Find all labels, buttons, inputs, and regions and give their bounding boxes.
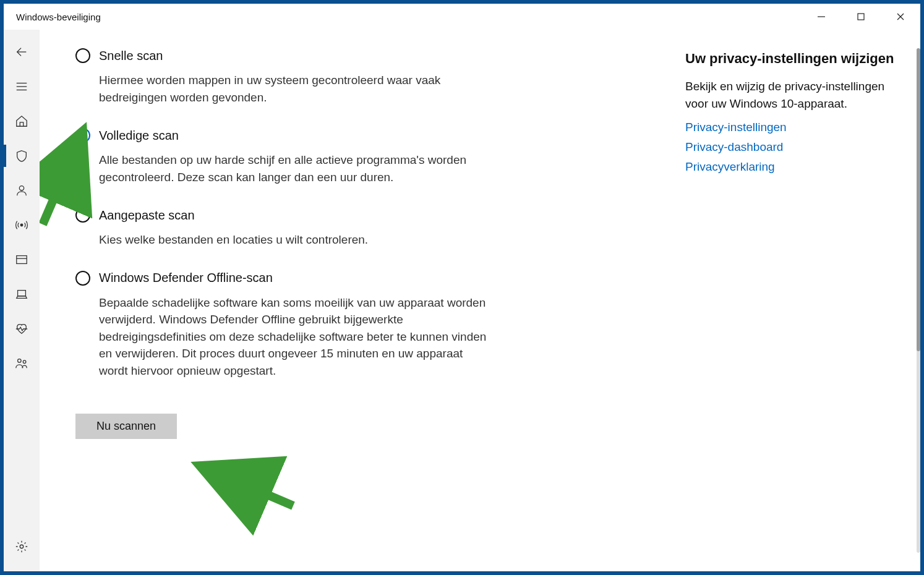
window: Windows-beveiliging [4, 4, 920, 571]
scan-option-quick: Snelle scan Hiermee worden mappen in uw … [75, 48, 508, 106]
privacy-heading: Uw privacy-instellingen wijzigen [685, 51, 896, 67]
sidebar-item-device-performance[interactable] [4, 312, 40, 346]
sidebar-item-app-browser-control[interactable] [4, 242, 40, 277]
svg-rect-1 [858, 14, 864, 20]
privacy-text: Bekijk en wijzig de privacy-instellingen… [685, 78, 896, 112]
scan-options-group: Snelle scan Hiermee worden mappen in uw … [75, 48, 508, 547]
option-description: Hiermee worden mappen in uw systeem geco… [99, 72, 495, 106]
link-privacy-statement[interactable]: Privacyverklaring [685, 160, 896, 174]
option-description: Alle bestanden op uw harde schijf en all… [99, 151, 495, 185]
scan-option-custom: Aangepaste scan Kies welke bestanden en … [75, 208, 508, 249]
gear-icon [15, 540, 28, 553]
main-content: Snelle scan Hiermee worden mappen in uw … [40, 30, 920, 571]
window-controls [802, 4, 920, 30]
link-privacy-settings[interactable]: Privacy-instellingen [685, 121, 896, 134]
radio-icon [75, 271, 90, 286]
radio-icon [75, 208, 90, 223]
back-arrow-icon [15, 45, 28, 59]
option-label: Snelle scan [99, 49, 163, 63]
scrollbar[interactable] [917, 48, 920, 553]
option-label: Volledige scan [99, 129, 179, 143]
scan-option-offline: Windows Defender Offline-scan Bepaalde s… [75, 271, 508, 380]
sidebar-item-firewall[interactable] [4, 208, 40, 242]
svg-point-14 [23, 360, 26, 364]
option-label: Aangepaste scan [99, 208, 195, 223]
svg-point-15 [20, 545, 24, 548]
app-window-icon [15, 253, 28, 266]
svg-rect-12 [18, 291, 26, 296]
sidebar-item-virus-protection[interactable] [4, 138, 40, 173]
option-description: Bepaalde schadelijke software kan soms m… [99, 294, 495, 380]
svg-point-8 [19, 186, 24, 190]
close-button[interactable] [881, 4, 920, 30]
scan-option-full: Volledige scan Alle bestanden op uw hard… [75, 128, 508, 185]
heart-icon [15, 322, 28, 336]
maximize-button[interactable] [841, 4, 881, 30]
svg-rect-10 [17, 256, 27, 264]
privacy-panel: Uw privacy-instellingen wijzigen Bekijk … [685, 48, 896, 547]
sidebar-item-device-security[interactable] [4, 277, 40, 312]
option-description: Kies welke bestanden en locaties u wilt … [99, 231, 495, 249]
radio-icon [75, 48, 90, 63]
antenna-icon [15, 218, 28, 232]
titlebar: Windows-beveiliging [4, 4, 920, 30]
family-icon [15, 357, 28, 370]
radio-icon [75, 128, 90, 143]
scan-now-button[interactable]: Nu scannen [75, 414, 177, 439]
person-icon [15, 184, 28, 197]
hamburger-menu-button[interactable] [4, 69, 40, 104]
sidebar-item-settings[interactable] [4, 529, 40, 564]
scrollbar-thumb[interactable] [917, 48, 920, 351]
minimize-button[interactable] [802, 4, 841, 30]
maximize-icon [857, 12, 865, 21]
window-title: Windows-beveiliging [16, 12, 101, 22]
link-privacy-dashboard[interactable]: Privacy-dashboard [685, 140, 896, 154]
svg-point-9 [20, 224, 23, 226]
radio-full-scan[interactable]: Volledige scan [75, 128, 508, 143]
option-label: Windows Defender Offline-scan [99, 271, 273, 285]
radio-custom-scan[interactable]: Aangepaste scan [75, 208, 508, 223]
radio-offline-scan[interactable]: Windows Defender Offline-scan [75, 271, 508, 286]
hamburger-icon [15, 80, 28, 93]
back-button[interactable] [4, 35, 40, 69]
shield-icon [15, 149, 28, 163]
svg-point-13 [18, 359, 21, 363]
close-icon [896, 12, 905, 21]
sidebar [4, 30, 40, 571]
sidebar-item-account-protection[interactable] [4, 173, 40, 208]
home-icon [15, 114, 28, 128]
svg-line-17 [43, 138, 80, 224]
radio-quick-scan[interactable]: Snelle scan [75, 48, 508, 63]
content-area: Snelle scan Hiermee worden mappen in uw … [4, 30, 920, 571]
sidebar-item-family-options[interactable] [4, 346, 40, 381]
laptop-icon [15, 288, 28, 301]
sidebar-item-home[interactable] [4, 104, 40, 138]
minimize-icon [817, 12, 826, 21]
